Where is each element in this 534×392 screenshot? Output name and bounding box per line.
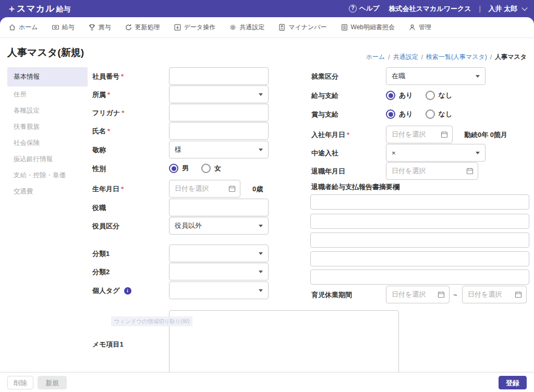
company-name: 株式会社スマカルワークス <box>389 4 471 14</box>
help-label: ヘルプ <box>359 4 379 13</box>
honorific-select[interactable]: 様 <box>169 141 269 158</box>
department-label: 所属* <box>92 90 110 100</box>
position-input[interactable] <box>169 199 269 216</box>
salary-payment-label: 給与支給 <box>311 91 338 101</box>
employment-status-select[interactable]: 在職 <box>386 67 486 85</box>
name-label: 氏名* <box>92 127 110 136</box>
app-logo-main: ＋スマカル <box>7 3 55 15</box>
nav-item-bonus[interactable]: 賞与 <box>88 23 111 32</box>
caret-down-icon <box>476 75 480 78</box>
childcare-leave-start-picker[interactable]: 日付を選択 <box>386 286 450 303</box>
nav-item-home[interactable]: ホーム <box>8 23 38 32</box>
bonus-payment-label: 賞与支給 <box>311 110 338 119</box>
refresh-icon <box>125 23 132 31</box>
sidebar-item-settings[interactable]: 各種設定 <box>7 103 88 119</box>
new-button[interactable]: 新規 <box>38 376 67 389</box>
sidebar-item-dependents[interactable]: 扶養親族 <box>7 119 88 135</box>
sidebar-item-bank-transfer[interactable]: 振込銀行情報 <box>7 151 88 167</box>
sidebar-item-basic-info[interactable]: 基本情報 <box>7 67 88 87</box>
category1-label: 分類1 <box>92 249 110 259</box>
salary-payment-no-radio[interactable] <box>426 91 435 100</box>
breadcrumb-search-list[interactable]: 検索一覧(人事マスタ) <box>426 53 487 62</box>
gender-male-radio[interactable] <box>169 164 178 173</box>
submit-button[interactable]: 登録 <box>499 376 527 389</box>
caret-down-icon <box>259 252 263 255</box>
retire-date-picker[interactable]: 日付を選択 <box>386 162 478 180</box>
retire-report-label: 退職者給与支払報告書摘要欄 <box>311 182 399 192</box>
action-bar: 削除 新規 登録 <box>0 372 534 392</box>
memo1-label: メモ項目1 <box>92 340 124 349</box>
personal-tag-select[interactable] <box>169 281 269 299</box>
person-icon <box>408 23 416 31</box>
home-icon <box>8 23 16 31</box>
nav-item-payroll[interactable]: 給与 <box>52 23 75 32</box>
memo1-textarea[interactable] <box>169 310 399 378</box>
retire-report-input-4[interactable] <box>310 251 529 266</box>
calendar-icon <box>228 185 236 192</box>
gender-radio-group: 男 女 <box>169 164 221 173</box>
furigana-input[interactable] <box>169 104 269 121</box>
tray-download-icon <box>174 23 181 31</box>
nav-item-admin[interactable]: 管理 <box>408 23 431 32</box>
app-logo-sub: 給与 <box>56 5 71 14</box>
sidebar-item-pay-deduction[interactable]: 支給・控除・単価 <box>7 167 88 183</box>
sidebar-item-commute[interactable]: 交通費 <box>7 183 88 200</box>
category1-select[interactable] <box>169 244 269 262</box>
appbar: ＋スマカル 給与 ? ヘルプ 株式会社スマカルワークス ｜ 入井 太郎 <box>0 0 534 17</box>
honorific-label: 敬称 <box>92 145 106 155</box>
officer-class-select[interactable]: 役員以外 <box>169 217 269 235</box>
position-label: 役職 <box>92 203 106 213</box>
retire-report-input-2[interactable] <box>310 214 529 229</box>
mid-career-select[interactable]: × <box>386 144 486 162</box>
employment-status-label: 就業区分 <box>311 72 338 81</box>
gender-label: 性別 <box>92 164 106 174</box>
furigana-label: フリガナ* <box>92 108 124 118</box>
user-name: 入井 太郎 <box>488 4 517 14</box>
category2-select[interactable] <box>169 263 269 280</box>
personal-tag-label: 個人タグi <box>92 286 131 296</box>
app-logo[interactable]: ＋スマカル 給与 <box>7 3 71 15</box>
childcare-leave-end-picker[interactable]: 日付を選択 <box>462 286 527 303</box>
page-title: 人事マスタ(新規) <box>7 46 84 59</box>
breadcrumb-home[interactable]: ホーム <box>366 53 385 62</box>
category2-label: 分類2 <box>92 267 110 277</box>
caret-down-icon <box>476 152 480 154</box>
hr-master-page: ＋スマカル 給与 ? ヘルプ 株式会社スマカルワークス ｜ 入井 太郎 ホーム … <box>0 0 534 392</box>
date-range-tilde: ~ <box>453 291 457 299</box>
nav-item-settings[interactable]: 共通設定 <box>229 23 264 32</box>
retire-report-input-1[interactable] <box>310 194 529 210</box>
employee-no-input[interactable] <box>169 67 269 85</box>
chevron-down-icon <box>521 5 527 10</box>
account-menu[interactable]: 株式会社スマカルワークス ｜ 入井 太郎 <box>389 4 527 14</box>
breadcrumb-current: 人事マスタ <box>495 53 527 62</box>
salary-payment-yes-radio[interactable] <box>386 91 395 100</box>
info-icon[interactable]: i <box>124 287 131 295</box>
name-input[interactable] <box>169 122 269 140</box>
sidebar-item-address[interactable]: 住所 <box>7 87 88 103</box>
retire-report-input-3[interactable] <box>310 232 529 248</box>
help-icon: ? <box>349 5 357 13</box>
caret-down-icon <box>259 149 263 151</box>
gender-female-radio[interactable] <box>201 164 211 173</box>
bonus-payment-no-radio[interactable] <box>426 109 435 119</box>
hire-date-label: 入社年月日* <box>311 130 349 140</box>
calendar-icon <box>515 291 522 298</box>
birthdate-picker[interactable]: 日付を選択 <box>169 180 240 198</box>
retire-report-input-5[interactable] <box>310 270 529 285</box>
bonus-payment-yes-radio[interactable] <box>386 109 395 119</box>
hire-date-picker[interactable]: 日付を選択 <box>386 126 453 143</box>
breadcrumb-settings[interactable]: 共通設定 <box>393 53 418 62</box>
help-button[interactable]: ? ヘルプ <box>349 4 379 13</box>
banknote-icon <box>52 23 59 31</box>
nav-item-web-statement[interactable]: Web明細書照会 <box>341 23 395 32</box>
caret-down-icon <box>259 93 263 96</box>
delete-button[interactable]: 削除 <box>7 376 33 389</box>
sidebar-item-social-insurance[interactable]: 社会保険 <box>7 135 88 151</box>
nav-item-mynumber[interactable]: マイナンバー <box>278 23 326 32</box>
breadcrumb: ホーム / 共通設定 / 検索一覧(人事マスタ) / 人事マスタ <box>366 53 527 62</box>
header-divider: ｜ <box>477 4 483 14</box>
gear-icon <box>229 23 237 31</box>
department-select[interactable] <box>169 85 269 103</box>
nav-item-update[interactable]: 更新処理 <box>125 23 160 32</box>
nav-item-data-ops[interactable]: データ操作 <box>174 23 216 32</box>
